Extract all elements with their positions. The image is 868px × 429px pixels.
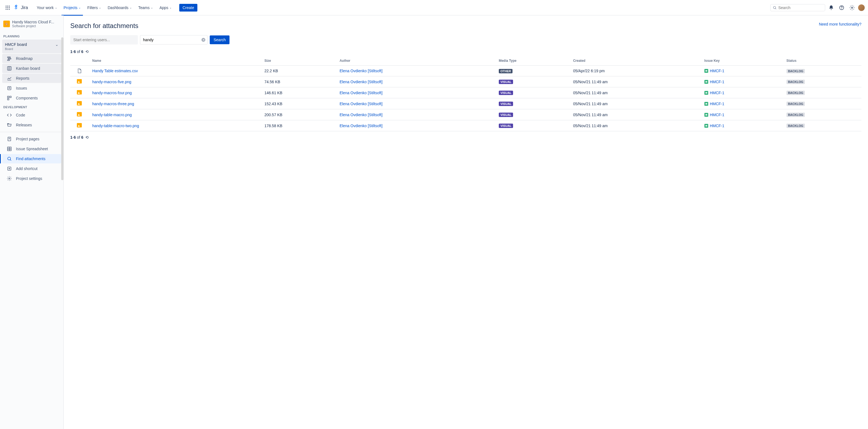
query-input[interactable]	[140, 35, 208, 44]
search-icon	[773, 5, 777, 10]
media-type-badge: VISUAL	[499, 113, 513, 117]
issue-key-link[interactable]: HMCF-1	[710, 69, 724, 73]
board-subtitle: Board	[5, 47, 27, 51]
issue-type-icon	[704, 69, 708, 73]
sidebar-item-project-settings[interactable]: Project settings	[2, 174, 61, 183]
col-media-type[interactable]: Media Type	[497, 56, 571, 66]
issue-type-icon	[704, 91, 708, 95]
svg-point-33	[8, 157, 11, 160]
issue-key-link[interactable]: HMCF-1	[710, 113, 724, 117]
col-author[interactable]: Author	[337, 56, 497, 66]
chart-icon	[6, 76, 12, 81]
need-more-link[interactable]: Need more functionality?	[819, 22, 861, 26]
col-status[interactable]: Status	[784, 56, 861, 66]
clear-query-icon[interactable]: ✕	[202, 38, 205, 42]
brand-text: Jira	[21, 5, 28, 10]
jira-logo[interactable]: Jira	[13, 4, 28, 11]
author-link[interactable]: Elena Ovdienko [Stiltsoft]	[340, 91, 382, 95]
attachment-size: 22.2 KB	[262, 66, 337, 76]
nav-projects[interactable]: Projects⌄	[61, 4, 83, 11]
app-switcher-icon[interactable]	[3, 3, 12, 12]
svg-rect-42	[706, 82, 707, 82]
author-link[interactable]: Elena Ovdienko [Stiltsoft]	[340, 80, 382, 84]
media-type-badge: OTHER	[499, 69, 513, 73]
svg-rect-25	[7, 99, 9, 100]
author-link[interactable]: Elena Ovdienko [Stiltsoft]	[340, 124, 382, 128]
attachment-name-link[interactable]: handy-macros-five.png	[92, 80, 131, 84]
user-avatar[interactable]	[858, 4, 865, 11]
author-link[interactable]: Elena Ovdienko [Stiltsoft]	[340, 102, 382, 106]
sidebar-item-kanban[interactable]: Kanban board	[2, 64, 61, 73]
media-type-badge: VISUAL	[499, 124, 513, 128]
created-date: 05/Nov/21 11:49 am	[571, 98, 702, 109]
attachment-name-link[interactable]: handy-table-macro-two.png	[92, 124, 139, 128]
created-date: 05/Nov/21 11:49 am	[571, 120, 702, 131]
notifications-icon[interactable]	[827, 3, 836, 12]
gear-icon	[6, 176, 12, 181]
sidebar-item-code[interactable]: Code	[2, 111, 61, 120]
svg-point-4	[7, 7, 8, 8]
help-icon[interactable]	[837, 3, 846, 12]
svg-rect-23	[7, 96, 9, 97]
chevron-down-icon: ⌄	[55, 42, 59, 47]
svg-rect-47	[706, 114, 707, 115]
global-search[interactable]	[770, 4, 825, 11]
chevron-down-icon: ⌄	[99, 6, 101, 9]
col-created[interactable]: Created	[571, 56, 702, 66]
sidebar-item-issue-spreadsheet[interactable]: Issue Spreadsheet	[2, 144, 61, 154]
sidebar-item-project-pages[interactable]: Project pages	[2, 134, 61, 144]
users-filter-input[interactable]	[70, 35, 138, 44]
sidebar-item-releases[interactable]: Releases	[2, 120, 61, 130]
nav-dashboards[interactable]: Dashboards⌄	[105, 4, 134, 11]
search-icon	[6, 156, 12, 161]
attachments-table: Name Size Author Media Type Created Issu…	[70, 56, 861, 131]
topbar: Jira Your work⌄ Projects⌄ Filters⌄ Dashb…	[0, 0, 868, 16]
page-icon	[6, 136, 12, 142]
col-name[interactable]: Name	[90, 56, 262, 66]
project-icon: 🎨	[3, 21, 10, 27]
global-search-input[interactable]	[778, 5, 823, 10]
project-header[interactable]: 🎨 Handy Macros Cloud F... Software proje…	[0, 16, 63, 32]
sidebar-item-add-shortcut[interactable]: Add shortcut	[2, 164, 61, 173]
table-row: handy-macros-four.png 146.61 KB Elena Ov…	[70, 87, 861, 98]
chevron-down-icon: ⌄	[79, 6, 81, 9]
attachment-name-link[interactable]: Handy Table estimates.csv	[92, 69, 138, 73]
refresh-icon[interactable]: ⟲	[85, 135, 89, 140]
sidebar-item-label: Kanban board	[16, 66, 40, 70]
issue-key-link[interactable]: HMCF-1	[710, 102, 724, 106]
svg-rect-43	[706, 92, 707, 93]
issue-key-link[interactable]: HMCF-1	[710, 91, 724, 95]
search-button[interactable]: Search	[210, 35, 229, 44]
sidebar-item-label: Find attachments	[16, 157, 45, 161]
issue-type-icon	[704, 124, 708, 128]
attachment-name-link[interactable]: handy-macros-three.png	[92, 102, 134, 106]
sidebar-item-components[interactable]: Components	[2, 93, 61, 103]
col-issue-key[interactable]: Issue Key	[702, 56, 784, 66]
sidebar-item-issues[interactable]: Issues	[2, 84, 61, 93]
nav-your-work[interactable]: Your work⌄	[35, 4, 59, 11]
nav-teams[interactable]: Teams⌄	[136, 4, 155, 11]
create-button[interactable]: Create	[179, 4, 197, 11]
nav-apps[interactable]: Apps⌄	[157, 4, 174, 11]
refresh-icon[interactable]: ⟲	[85, 50, 89, 54]
sidebar-item-reports[interactable]: Reports	[2, 73, 61, 83]
col-size[interactable]: Size	[262, 56, 337, 66]
author-link[interactable]: Elena Ovdienko [Stiltsoft]	[340, 113, 382, 117]
scrollbar-thumb[interactable]	[61, 37, 63, 180]
section-development-label: DEVELOPMENT	[0, 103, 63, 110]
spreadsheet-icon	[6, 146, 12, 151]
issue-type-icon	[704, 113, 708, 117]
settings-icon[interactable]	[848, 3, 857, 12]
sidebar-item-label: Project settings	[16, 176, 42, 181]
attachment-name-link[interactable]: handy-macros-four.png	[92, 91, 132, 95]
svg-point-6	[6, 9, 7, 10]
issue-key-link[interactable]: HMCF-1	[710, 124, 724, 128]
sidebar-board-selector[interactable]: HMCF board Board ⌄	[2, 39, 61, 53]
attachment-name-link[interactable]: handy-table-macro.png	[92, 113, 132, 117]
nav-filters[interactable]: Filters⌄	[85, 4, 103, 11]
sidebar-item-find-attachments[interactable]: Find attachments	[2, 154, 61, 163]
issue-key-link[interactable]: HMCF-1	[710, 80, 724, 84]
sidebar-item-roadmap[interactable]: Roadmap	[2, 54, 61, 63]
author-link[interactable]: Elena Ovdienko [Stiltsoft]	[340, 69, 382, 73]
svg-line-10	[775, 8, 776, 9]
